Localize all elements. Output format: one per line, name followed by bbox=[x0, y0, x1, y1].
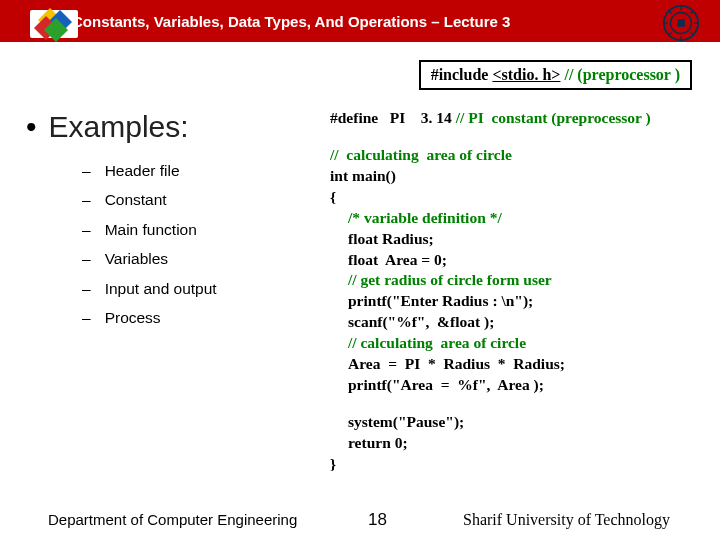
code-comment: /* variable definition */ bbox=[348, 208, 651, 229]
list-label: Variables bbox=[105, 244, 168, 273]
include-pre: #include bbox=[431, 66, 493, 83]
examples-title: Examples: bbox=[49, 110, 189, 144]
list-item: –Process bbox=[82, 303, 316, 332]
list-label: Header file bbox=[105, 156, 180, 185]
include-comment: // (preprocessor ) bbox=[560, 66, 680, 83]
code-comment: // get radius of circle form user bbox=[348, 270, 651, 291]
code-line: return 0; bbox=[348, 433, 651, 454]
examples-sublist: –Header file –Constant –Main function –V… bbox=[82, 156, 316, 333]
list-item: –Input and output bbox=[82, 274, 316, 303]
bullet-icon: • bbox=[26, 110, 37, 144]
code-comment: // calculating area of circle bbox=[330, 145, 651, 166]
list-label: Input and output bbox=[105, 274, 217, 303]
code-block: #define PI 3. 14 // PI constant (preproc… bbox=[330, 108, 651, 475]
code-comment: // PI constant (preprocessor ) bbox=[456, 109, 651, 126]
list-label: Process bbox=[105, 303, 161, 332]
code-line: Area = PI * Radius * Radius; bbox=[348, 354, 651, 375]
code-comment: // calculating area of circle bbox=[348, 333, 651, 354]
svg-line-10 bbox=[669, 11, 672, 14]
list-item: –Main function bbox=[82, 215, 316, 244]
include-header: <stdio. h> bbox=[492, 66, 560, 83]
list-item: –Variables bbox=[82, 244, 316, 273]
logo-right-icon bbox=[662, 4, 700, 42]
list-label: Constant bbox=[105, 185, 167, 214]
code-line: #define PI 3. 14 bbox=[330, 109, 456, 126]
footer-right: Sharif University of Technology bbox=[463, 511, 670, 529]
code-line: { bbox=[330, 187, 651, 208]
include-box: #include <stdio. h> // (preprocessor ) bbox=[419, 60, 692, 90]
footer-page: 18 bbox=[368, 510, 387, 530]
code-line: } bbox=[330, 454, 651, 475]
svg-line-11 bbox=[691, 33, 694, 36]
slide-header: Constants, Variables, Data Types, And Op… bbox=[0, 0, 720, 42]
footer-left: Department of Computer Engineering bbox=[48, 511, 297, 528]
code-line: printf("Enter Radius : \n"); bbox=[348, 291, 651, 312]
list-item: –Header file bbox=[82, 156, 316, 185]
slide-footer: Department of Computer Engineering 18 Sh… bbox=[0, 511, 720, 528]
list-item: –Constant bbox=[82, 185, 316, 214]
list-label: Main function bbox=[105, 215, 197, 244]
code-line: system("Pause"); bbox=[348, 412, 651, 433]
code-line: float Area = 0; bbox=[348, 250, 651, 271]
code-line: int main() bbox=[330, 166, 651, 187]
svg-line-13 bbox=[691, 11, 694, 14]
svg-rect-15 bbox=[677, 19, 685, 27]
logo-left-icon bbox=[30, 0, 78, 48]
header-title: Constants, Variables, Data Types, And Op… bbox=[72, 13, 510, 30]
code-line: float Radius; bbox=[348, 229, 651, 250]
examples-block: • Examples: –Header file –Constant –Main… bbox=[26, 110, 316, 333]
code-line: scanf("%f", &float ); bbox=[348, 312, 651, 333]
code-line: printf("Area = %f", Area ); bbox=[348, 375, 651, 396]
svg-line-12 bbox=[669, 33, 672, 36]
